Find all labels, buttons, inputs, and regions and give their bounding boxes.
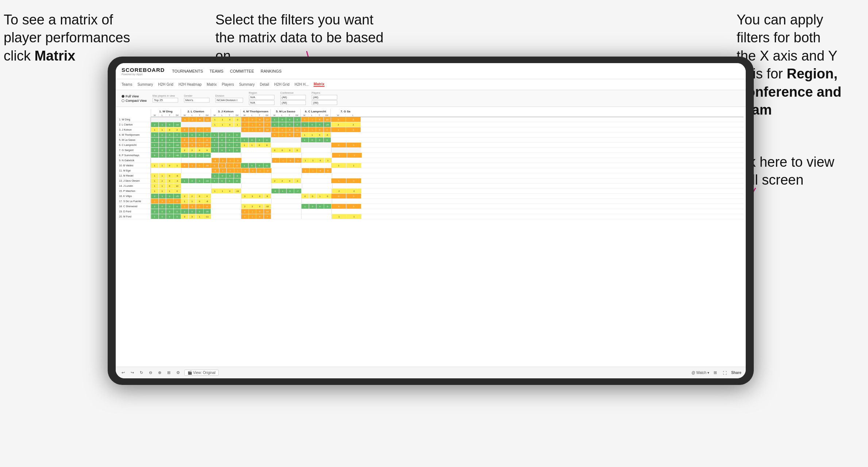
tablet-frame: SCOREBOARD Powered by clippd TOURNAMENTS… xyxy=(108,57,754,385)
cell: 2 xyxy=(279,178,287,183)
sub-nav-h2h-grid2[interactable]: H2H Grid xyxy=(274,82,289,86)
cell: 0 xyxy=(234,178,241,183)
sub-nav-h2h-grid[interactable]: H2H Grid xyxy=(158,82,173,86)
watch-btn[interactable]: @ Watch ▾ xyxy=(692,371,710,375)
sub-nav-teams[interactable]: Teams xyxy=(122,82,132,86)
max-players-select[interactable]: Top 25 xyxy=(153,98,178,103)
sub-nav-matrix2[interactable]: Matrix xyxy=(314,82,324,87)
cell: 0 xyxy=(234,138,241,142)
zoom-reset-btn[interactable]: ⊕ xyxy=(157,370,163,376)
cell: 0 xyxy=(166,184,174,188)
cell-self xyxy=(151,117,181,122)
cell: 0 xyxy=(219,148,226,153)
cell-group xyxy=(301,148,331,153)
cell: 0 xyxy=(279,117,287,122)
cell: 1 xyxy=(241,138,249,142)
zoom-in-btn[interactable]: ⊞ xyxy=(166,370,172,376)
sub-col-l5: L xyxy=(308,114,316,117)
cell-group: 010-10 xyxy=(181,163,211,168)
cell: 1 xyxy=(211,178,219,183)
sub-nav-summary[interactable]: Summary xyxy=(137,82,153,86)
cell-self xyxy=(211,127,241,132)
redo-btn[interactable]: ↪ xyxy=(129,370,135,376)
max-players-label: Max players in view xyxy=(153,94,178,97)
sub-nav-players[interactable]: Players xyxy=(222,82,234,86)
cell: 0 xyxy=(271,148,279,153)
annotation-topleft-line2: player performances xyxy=(4,30,130,45)
undo-btn[interactable]: ↩ xyxy=(120,370,126,376)
cell: 1 xyxy=(310,158,317,163)
nav-tournaments[interactable]: TOURNAMENTS xyxy=(172,68,203,74)
cell-group: 11010 xyxy=(151,184,181,188)
sub-group-2: W L T Dif xyxy=(211,114,241,117)
sub-nav-matrix[interactable]: Matrix xyxy=(207,82,216,86)
cell: 0 xyxy=(226,173,234,178)
cell-empty xyxy=(302,173,332,178)
fullscreen-btn[interactable]: ⛶ xyxy=(721,370,728,376)
cell: 2 xyxy=(151,122,159,127)
nav-rankings[interactable]: RANKINGS xyxy=(261,68,281,74)
annotation-topright-line2: filters for both xyxy=(737,30,821,45)
cell: 4 xyxy=(204,194,211,198)
refresh-btn[interactable]: ↻ xyxy=(138,370,145,376)
region-select[interactable]: N/A xyxy=(249,95,274,100)
sub-nav-h2h-heatmap[interactable]: H2H Heatmap xyxy=(178,82,201,86)
sub-nav-summary2[interactable]: Summary xyxy=(239,82,255,86)
table-row: 1. W Ding12011110-21201710000101302 xyxy=(118,117,744,122)
settings-btn[interactable]: ⚙ xyxy=(175,370,181,376)
compact-view-radio[interactable]: Compact View xyxy=(122,99,147,103)
full-view-radio[interactable]: Full View xyxy=(122,94,147,98)
cell: 0 xyxy=(181,163,189,168)
cell: 0 xyxy=(226,132,234,137)
share-btn[interactable]: Share xyxy=(731,371,741,375)
cell: 0 xyxy=(331,117,346,122)
cell: 0 xyxy=(309,194,317,198)
cell: 0 xyxy=(166,138,174,142)
cell: 0 xyxy=(211,163,219,168)
division-select[interactable]: NCAA Division I xyxy=(215,98,243,103)
cell: 0 xyxy=(189,209,196,214)
cell-empty xyxy=(241,189,271,193)
cell: 1 xyxy=(346,143,361,147)
row-cells: 110-61000 xyxy=(151,173,362,178)
row-label: 9. N Gabelcik xyxy=(118,158,151,163)
cell-empty xyxy=(302,214,331,219)
cell: 8 xyxy=(264,194,271,198)
grid-btn[interactable]: ⊞ xyxy=(712,370,718,376)
row-label: 2. L Clanton xyxy=(118,122,151,127)
row-cells: 1000100010000100110-6 xyxy=(151,132,361,137)
cell-group: 22 xyxy=(331,122,361,127)
cell: 1 xyxy=(249,127,257,132)
view-original-btn[interactable]: 🎬 View: Original xyxy=(184,370,219,376)
table-row: 13. J Skov Olesen110-3100-191000220-113 xyxy=(118,178,744,184)
row-cells: 11010 xyxy=(151,184,362,188)
cell: 0 xyxy=(241,209,249,214)
conference-select2[interactable]: (All) xyxy=(280,100,306,105)
col-header-4: 5. M La Sasso xyxy=(270,109,300,114)
cell-group xyxy=(211,153,241,158)
col-header-3: 4. M Thorbjornsen xyxy=(241,109,270,114)
cell-group xyxy=(211,194,241,198)
players-select1[interactable]: (All) xyxy=(312,95,337,100)
cell-group: 0030 xyxy=(271,148,301,153)
cell: 0 xyxy=(316,127,324,132)
cell-group xyxy=(331,148,361,153)
sub-nav-detail[interactable]: Detail xyxy=(260,82,269,86)
cell: 0 xyxy=(189,132,196,137)
cell: 1 xyxy=(174,163,181,168)
players-select2[interactable]: (All) xyxy=(312,100,337,105)
cell-group: 1200 xyxy=(151,199,181,204)
nav-committee[interactable]: COMMITTEE xyxy=(230,68,254,74)
cell: 1 xyxy=(316,194,324,198)
gender-select[interactable]: Men's xyxy=(184,98,210,103)
cell: 0 xyxy=(226,117,234,122)
sub-nav-h2h-h[interactable]: H2H H... xyxy=(295,82,308,86)
region-select2[interactable]: N/A xyxy=(249,100,274,105)
cell: 0 xyxy=(196,163,204,168)
zoom-out-btn[interactable]: ⊖ xyxy=(147,370,154,376)
col-headers-row: 1. W Ding 2. L Clanton 3. J Koivun 4. M … xyxy=(151,109,744,114)
cell: 0 xyxy=(286,178,294,183)
cell: 0 xyxy=(196,153,204,158)
nav-teams[interactable]: TEAMS xyxy=(210,68,223,74)
conference-select1[interactable]: (All) xyxy=(280,95,306,100)
